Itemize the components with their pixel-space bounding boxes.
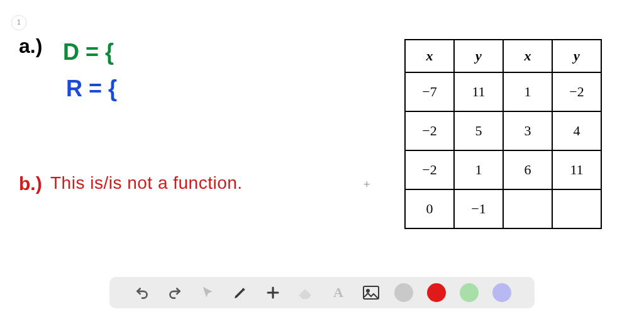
color-purple-button[interactable] [492, 283, 511, 302]
table-header-row: x y x y [405, 40, 601, 72]
svg-point-1 [367, 289, 369, 292]
color-red-button[interactable] [427, 283, 446, 302]
image-button[interactable] [362, 283, 380, 302]
part-b-label: b.) [19, 173, 42, 194]
pen-icon [233, 285, 248, 300]
undo-icon [134, 284, 150, 301]
relation-table: x y x y −7 11 1 −2 −2 5 3 4 −2 1 6 11 0 … [404, 39, 602, 229]
table-row: 0 −1 [405, 189, 601, 228]
eraser-button[interactable] [296, 283, 315, 302]
page-number: 1 [17, 20, 21, 26]
drawing-toolbar: A [109, 277, 535, 308]
add-content-marker[interactable]: + [364, 178, 370, 191]
redo-icon [167, 284, 183, 301]
table-row: −2 5 3 4 [405, 111, 601, 150]
col-y2: y [552, 40, 601, 72]
image-icon [363, 286, 379, 300]
part-a-label: a.) [19, 35, 42, 58]
pointer-icon [201, 285, 214, 300]
col-y1: y [454, 40, 503, 72]
col-x2: x [503, 40, 552, 72]
add-button[interactable] [264, 283, 282, 302]
plus-icon [265, 285, 280, 300]
domain-expression: D = { [63, 39, 114, 65]
page-number-badge: 1 [11, 15, 26, 30]
redo-button[interactable] [165, 283, 184, 302]
color-grey-button[interactable] [394, 283, 413, 302]
pen-button[interactable] [231, 283, 250, 302]
text-icon: A [333, 286, 343, 300]
undo-button[interactable] [133, 283, 152, 302]
eraser-icon [297, 286, 314, 299]
col-x1: x [405, 40, 454, 72]
text-button[interactable]: A [329, 283, 348, 302]
range-expression: R = { [66, 76, 117, 102]
color-green-button[interactable] [460, 283, 479, 302]
part-b-statement: This is/is not a function. [50, 173, 243, 193]
table-row: −2 1 6 11 [405, 150, 601, 189]
pointer-button[interactable] [198, 283, 217, 302]
table-row: −7 11 1 −2 [405, 72, 601, 111]
